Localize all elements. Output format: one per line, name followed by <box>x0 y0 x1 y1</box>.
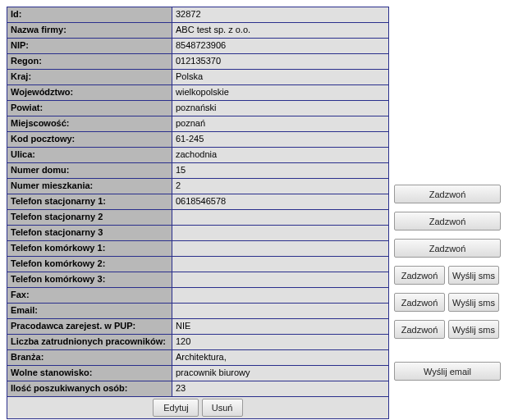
employees-value: 120 <box>172 335 389 350</box>
street-value: zachodnia <box>172 148 389 163</box>
industry-label: Branża: <box>7 350 172 366</box>
mobile2-value <box>172 257 389 272</box>
industry-value: Architektura, <box>172 350 389 366</box>
voivodeship-value: wielkopolskie <box>172 85 389 101</box>
call-phone2-button[interactable]: Zadzwoń <box>394 212 501 231</box>
nip-value: 8548723906 <box>172 39 389 54</box>
sms-mobile2-button[interactable]: Wyślij sms <box>448 293 499 312</box>
action-row: Edytuj Usuń <box>7 397 389 419</box>
city-value: poznań <box>172 116 389 132</box>
city-label: Miejscowość: <box>7 116 172 132</box>
company-name-value: ABC test sp. z o.o. <box>172 23 389 39</box>
email-value <box>172 304 389 319</box>
apartment-value: 2 <box>172 179 389 194</box>
call-phone1-button[interactable]: Zadzwoń <box>394 185 501 203</box>
seeking-label: Ilość poszukiwanych osób: <box>7 381 172 397</box>
apartment-label: Numer mieszkania: <box>7 179 172 194</box>
id-value: 32872 <box>172 7 389 23</box>
sms-mobile1-button[interactable]: Wyślij sms <box>448 266 499 285</box>
id-label: Id: <box>7 7 172 23</box>
phone1-label: Telefon stacjonarny 1: <box>7 194 172 210</box>
pup-value: NIE <box>172 319 389 335</box>
phone3-label: Telefon stacjonarny 3 <box>7 226 172 241</box>
mobile3-value <box>172 272 389 288</box>
phone2-value <box>172 210 389 226</box>
edit-button[interactable]: Edytuj <box>153 399 199 417</box>
fax-label: Fax: <box>7 288 172 304</box>
postcode-label: Kod pocztowy: <box>7 132 172 148</box>
call-mobile3-button[interactable]: Zadzwoń <box>394 320 445 339</box>
call-phone3-button[interactable]: Zadzwoń <box>394 239 501 258</box>
send-email-button[interactable]: Wyślij email <box>394 362 501 381</box>
house-value: 15 <box>172 163 389 179</box>
mobile3-label: Telefon komórkowy 3: <box>7 272 172 288</box>
position-label: Wolne stanowisko: <box>7 366 172 381</box>
sms-mobile3-button[interactable]: Wyślij sms <box>448 320 499 339</box>
employees-label: Liczba zatrudnionych pracowników: <box>7 335 172 350</box>
nip-label: NIP: <box>7 39 172 54</box>
fax-value <box>172 288 389 304</box>
street-label: Ulica: <box>7 148 172 163</box>
call-mobile1-button[interactable]: Zadzwoń <box>394 266 445 285</box>
position-value: pracownik biurowy <box>172 366 389 381</box>
actions-panel: Zadzwoń Zadzwoń Zadzwoń ZadzwońWyślij sm… <box>394 7 501 381</box>
regon-label: Regon: <box>7 54 172 70</box>
mobile1-label: Telefon komórkowy 1: <box>7 241 172 257</box>
house-label: Numer domu: <box>7 163 172 179</box>
county-label: Powiat: <box>7 101 172 116</box>
call-mobile2-button[interactable]: Zadzwoń <box>394 293 445 312</box>
voivodeship-label: Województwo: <box>7 85 172 101</box>
seeking-value: 23 <box>172 381 389 397</box>
country-value: Polska <box>172 70 389 85</box>
phone2-label: Telefon stacjonarny 2 <box>7 210 172 226</box>
pup-label: Pracodawca zarejest. w PUP: <box>7 319 172 335</box>
country-label: Kraj: <box>7 70 172 85</box>
delete-button[interactable]: Usuń <box>202 399 243 417</box>
mobile1-value <box>172 241 389 257</box>
phone1-value: 0618546578 <box>172 194 389 210</box>
county-value: poznański <box>172 101 389 116</box>
company-details-table: Id:32872 Nazwa firmy:ABC test sp. z o.o.… <box>7 7 389 419</box>
phone3-value <box>172 226 389 241</box>
regon-value: 012135370 <box>172 54 389 70</box>
mobile2-label: Telefon komórkowy 2: <box>7 257 172 272</box>
company-name-label: Nazwa firmy: <box>7 23 172 39</box>
email-label: Email: <box>7 304 172 319</box>
postcode-value: 61-245 <box>172 132 389 148</box>
